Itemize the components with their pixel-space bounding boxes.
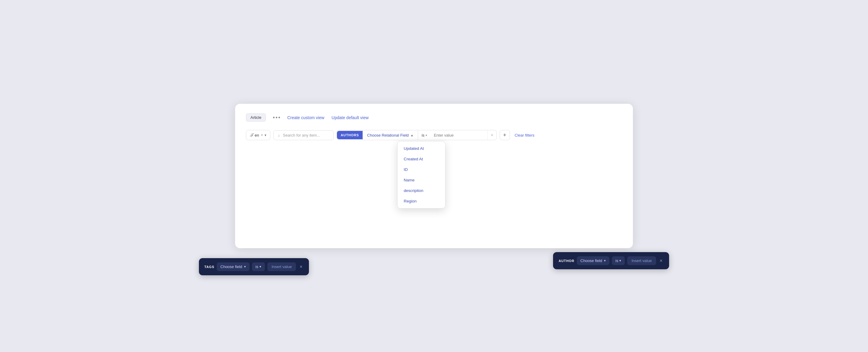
tags-op-label: is (255, 265, 258, 269)
search-box[interactable]: ⌕ Search for any item... (273, 130, 334, 140)
field-chevron-up-icon: ▲ (410, 134, 413, 137)
author-insert-value-button[interactable]: Insert value (627, 256, 656, 265)
search-icon: ⌕ (278, 133, 280, 138)
tags-field-chevron-icon: ▾ (244, 265, 246, 269)
filter-clear-button[interactable]: × (487, 130, 496, 140)
dropdown-item-created-at[interactable]: Created At (398, 154, 445, 164)
is-operator-button[interactable]: is ▾ (418, 131, 431, 140)
top-bar: Article Create custom view Update defaul… (246, 113, 622, 121)
dropdown-item-description[interactable]: description (398, 185, 445, 196)
translate-icon: 𝒯 (250, 132, 253, 138)
choose-relational-field-label: Choose Relational Field (367, 133, 409, 138)
lang-code: en (255, 133, 259, 138)
author-label: AUTHOR (558, 259, 574, 262)
author-op-chevron-icon: ▾ (619, 259, 621, 262)
tags-filter-pill: TAGS Choose field ▾ is ▾ Insert value × (199, 258, 309, 275)
tags-choose-field-button[interactable]: Choose field ▾ (217, 262, 249, 271)
is-label: is (422, 133, 424, 138)
op-chevron-icon: ▾ (426, 134, 427, 137)
author-operator-button[interactable]: is ▾ (612, 256, 625, 265)
article-tag: Article (246, 113, 266, 121)
dropdown-item-updated-at[interactable]: Updated At (398, 143, 445, 154)
add-filter-button[interactable]: + (500, 130, 510, 140)
filter-bar: 𝒯 en × ▾ ⌕ Search for any item... AUTHOR… (246, 130, 622, 140)
authors-filter-group: AUTHORS Choose Relational Field ▲ is ▾ ×… (337, 130, 496, 140)
lang-clear-button[interactable]: × (261, 133, 263, 137)
more-options-dots[interactable] (273, 117, 280, 118)
authors-label: AUTHORS (337, 131, 363, 139)
tags-operator-button[interactable]: is ▾ (252, 262, 265, 271)
author-op-label: is (615, 258, 618, 263)
dot3 (278, 117, 280, 118)
clear-filters-link[interactable]: Clear filters (515, 133, 535, 138)
tags-field-label: Choose field (220, 265, 242, 269)
author-choose-field-button[interactable]: Choose field ▾ (577, 256, 610, 265)
lang-chevron-icon: ▾ (265, 133, 267, 137)
relational-field-dropdown: Updated At Created At ID Name descriptio… (397, 141, 445, 209)
tags-op-chevron-icon: ▾ (259, 265, 261, 269)
search-placeholder: Search for any item... (283, 133, 320, 138)
author-filter-pill: AUTHOR Choose field ▾ is ▾ Insert value … (553, 252, 669, 269)
main-card: Article Create custom view Update defaul… (235, 104, 633, 248)
author-field-chevron-icon: ▾ (604, 259, 606, 262)
tags-label: TAGS (204, 265, 214, 269)
choose-relational-field-button[interactable]: Choose Relational Field ▲ (363, 131, 418, 140)
author-close-button[interactable]: × (658, 258, 664, 263)
dot2 (276, 117, 277, 118)
filter-value-input[interactable] (431, 131, 487, 140)
tags-insert-value-button[interactable]: Insert value (267, 262, 296, 271)
language-selector[interactable]: 𝒯 en × ▾ (246, 130, 270, 140)
tags-close-button[interactable]: × (299, 264, 304, 270)
dot1 (273, 117, 275, 118)
create-custom-view-link[interactable]: Create custom view (287, 115, 324, 120)
dropdown-item-name[interactable]: Name (398, 175, 445, 185)
update-default-view-link[interactable]: Update default view (332, 115, 369, 120)
author-field-label: Choose field (581, 258, 602, 263)
dropdown-item-id[interactable]: ID (398, 164, 445, 175)
dropdown-item-region[interactable]: Region (398, 196, 445, 206)
